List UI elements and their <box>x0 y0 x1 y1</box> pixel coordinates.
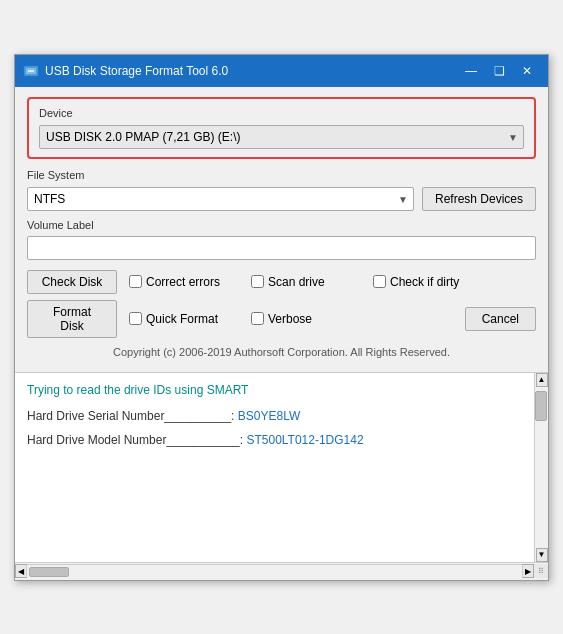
scroll-up-arrow[interactable]: ▲ <box>536 373 548 387</box>
window-controls: — ❑ ✕ <box>458 61 540 81</box>
log-serial-label: Hard Drive Serial Number__________: <box>27 409 234 423</box>
verbose-item: Verbose <box>251 312 361 326</box>
device-group: Device USB DISK 2.0 PMAP (7,21 GB) (E:\)… <box>27 97 536 159</box>
check-disk-button[interactable]: Check Disk <box>27 270 117 294</box>
scroll-down-arrow[interactable]: ▼ <box>536 548 548 562</box>
copyright-text: Copyright (c) 2006-2019 Authorsoft Corpo… <box>27 346 536 358</box>
scan-drive-label[interactable]: Scan drive <box>268 275 325 289</box>
log-line3: Hard Drive Model Number___________: ST50… <box>27 433 522 447</box>
check-if-dirty-checkbox[interactable] <box>373 275 386 288</box>
correct-errors-item: Correct errors <box>129 275 239 289</box>
correct-errors-label[interactable]: Correct errors <box>146 275 220 289</box>
close-button[interactable]: ✕ <box>514 61 540 81</box>
bottom-bar: ◀ ▶ ⠿ <box>15 562 548 580</box>
quick-format-label[interactable]: Quick Format <box>146 312 218 326</box>
log-content: Trying to read the drive IDs using SMART… <box>15 373 534 562</box>
resize-handle[interactable]: ⠿ <box>534 564 548 578</box>
verbose-label[interactable]: Verbose <box>268 312 312 326</box>
log-serial-value: BS0YE8LW <box>234 409 300 423</box>
log-model-value: ST500LT012-1DG142 <box>243 433 364 447</box>
scroll-right-arrow[interactable]: ▶ <box>522 564 534 578</box>
scroll-thumb[interactable] <box>535 391 547 421</box>
check-if-dirty-item: Check if dirty <box>373 275 483 289</box>
main-content: Device USB DISK 2.0 PMAP (7,21 GB) (E:\)… <box>15 87 548 372</box>
log-area: Trying to read the drive IDs using SMART… <box>15 372 548 562</box>
main-window: USB Disk Storage Format Tool 6.0 — ❑ ✕ D… <box>14 54 549 581</box>
format-disk-row: Format Disk Quick Format Verbose Cancel <box>27 300 536 338</box>
format-disk-button[interactable]: Format Disk <box>27 300 117 338</box>
svg-rect-2 <box>28 70 34 72</box>
minimize-button[interactable]: — <box>458 61 484 81</box>
log-model-label: Hard Drive Model Number___________: <box>27 433 243 447</box>
scan-drive-item: Scan drive <box>251 275 361 289</box>
device-label: Device <box>39 107 524 119</box>
check-if-dirty-label[interactable]: Check if dirty <box>390 275 459 289</box>
window-title: USB Disk Storage Format Tool 6.0 <box>45 64 458 78</box>
volume-label-label: Volume Label <box>27 219 536 231</box>
h-scroll-thumb[interactable] <box>29 567 69 577</box>
log-line1: Trying to read the drive IDs using SMART <box>27 383 522 397</box>
title-bar: USB Disk Storage Format Tool 6.0 — ❑ ✕ <box>15 55 548 87</box>
horizontal-scrollbar <box>27 564 522 578</box>
verbose-checkbox[interactable] <box>251 312 264 325</box>
fs-select-wrapper: NTFS FAT32 FAT exFAT ▼ <box>27 187 414 211</box>
filesystem-row: NTFS FAT32 FAT exFAT ▼ Refresh Devices <box>27 187 536 211</box>
refresh-devices-button[interactable]: Refresh Devices <box>422 187 536 211</box>
correct-errors-checkbox[interactable] <box>129 275 142 288</box>
device-select-wrapper: USB DISK 2.0 PMAP (7,21 GB) (E:\) ▼ <box>39 125 524 149</box>
log-line2: Hard Drive Serial Number__________: BS0Y… <box>27 409 522 423</box>
scroll-left-arrow[interactable]: ◀ <box>15 564 27 578</box>
vertical-scrollbar: ▲ ▼ <box>534 373 548 562</box>
volume-label-input[interactable] <box>27 236 536 260</box>
cancel-button[interactable]: Cancel <box>465 307 536 331</box>
maximize-button[interactable]: ❑ <box>486 61 512 81</box>
quick-format-item: Quick Format <box>129 312 239 326</box>
check-disk-row: Check Disk Correct errors Scan drive Che… <box>27 270 536 294</box>
filesystem-label: File System <box>27 169 536 181</box>
app-icon <box>23 63 39 79</box>
scan-drive-checkbox[interactable] <box>251 275 264 288</box>
quick-format-checkbox[interactable] <box>129 312 142 325</box>
device-select[interactable]: USB DISK 2.0 PMAP (7,21 GB) (E:\) <box>39 125 524 149</box>
filesystem-select[interactable]: NTFS FAT32 FAT exFAT <box>27 187 414 211</box>
